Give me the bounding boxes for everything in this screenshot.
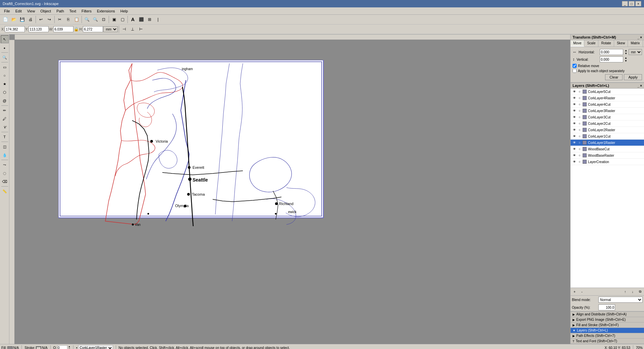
clear-button[interactable]: Clear [605,74,623,80]
layer-row[interactable]: 👁 ○ CorkLayer2Raster [571,127,644,133]
opacity-down[interactable]: ▼ [68,348,70,349]
align-distribute-header[interactable]: ▶ Align and Distribute (Shift+Ctrl+A) [571,312,644,317]
layer-visibility-toggle[interactable]: 👁 [572,140,577,145]
undo-button[interactable]: ↩ [37,15,45,23]
layer-lock-toggle[interactable]: ○ [577,153,582,158]
new-button[interactable]: 📄 [1,15,9,23]
layer-lock-toggle[interactable]: ○ [577,96,582,100]
align-left-btn[interactable]: ⊣ [120,25,128,33]
layer-row[interactable]: 👁 ○ CorkLayer4Cut [571,101,644,108]
spiral-tool[interactable]: @ [1,97,9,105]
close-button[interactable]: × [635,1,641,6]
fill-stroke-header[interactable]: ▶ Fill and Stroke (Shift+Ctrl+F) [571,322,644,328]
transform-minimize[interactable]: _ [638,36,640,39]
rect-tool[interactable]: ▭ [1,63,9,71]
fill-swatch[interactable] [7,346,13,349]
star-tool[interactable]: ★ [1,80,9,88]
menu-view[interactable]: View [24,8,38,14]
layer-lock-toggle[interactable]: ○ [577,102,582,107]
opacity-up[interactable]: ▲ [68,345,70,348]
print-button[interactable]: 🖨 [26,15,35,23]
layers-minimize[interactable]: _ [638,84,640,88]
w-input[interactable] [53,26,73,32]
apply-each-checkbox[interactable] [573,69,577,73]
apply-button[interactable]: Apply [624,74,642,80]
layer-visibility-toggle[interactable]: 👁 [572,108,577,113]
layer-visibility-toggle[interactable]: 👁 [572,96,577,100]
layer-visibility-toggle[interactable]: 👁 [572,147,577,151]
horizontal-input[interactable] [600,49,623,55]
grid-btn[interactable]: ⊞ [146,15,154,23]
layer-row[interactable]: 👁 ○ CorkLayer1Cut [571,133,644,140]
layer-lock-toggle[interactable]: ○ [577,159,582,164]
menu-help[interactable]: Help [118,8,131,14]
menu-text[interactable]: Text [67,8,79,14]
guides-btn[interactable]: | [154,15,162,23]
layers-panel2-header[interactable]: ▼ Layers (Shift+Ctrl+L) [571,328,644,333]
node-edit-btn[interactable]: ⬛ [137,15,145,23]
redo-button[interactable]: ↪ [45,15,53,23]
layer-row[interactable]: 👁 ○ WoodBaseRaster [571,152,644,159]
ungroup-button[interactable]: ▢ [118,15,126,23]
canvas-content[interactable]: Victoria Everett Seattle Tacoma Olympia … [15,40,570,344]
layer-visibility-toggle[interactable]: 👁 [572,134,577,139]
menu-filters[interactable]: Filters [79,8,94,14]
layer-lock-toggle[interactable]: ○ [577,134,582,139]
select-tool[interactable]: ↖ [1,35,9,43]
tab-scale[interactable]: Scale [584,40,598,47]
zoom-tool[interactable]: 🔍 [1,53,9,61]
opacity-input[interactable] [598,304,615,310]
layer-lock-toggle[interactable]: ○ [577,147,582,151]
pencil-tool[interactable]: ✏ [1,106,9,114]
save-button[interactable]: 💾 [18,15,26,23]
layer-row[interactable]: 👁 ○ LayerCreation [571,159,644,165]
zoom-out-button[interactable]: 🔍 [91,15,99,23]
layer-up-button[interactable]: ↑ [622,289,629,295]
layer-dup-button[interactable]: ⧉ [637,289,643,295]
layer-lock-toggle[interactable]: ○ [577,121,582,126]
layer-visibility-toggle[interactable]: 👁 [572,159,577,164]
x-input[interactable] [5,26,25,32]
menu-edit[interactable]: Edit [13,8,24,14]
layer-lock-toggle[interactable]: ○ [577,128,582,132]
layer-visibility-toggle[interactable]: 👁 [572,121,577,126]
cut-button[interactable]: ✂ [56,15,64,23]
layer-visibility-toggle[interactable]: 👁 [572,115,577,119]
vertical-input[interactable] [600,56,623,62]
maximize-button[interactable]: □ [629,1,635,6]
h-unit-select[interactable]: mm px cm [629,49,642,55]
layer-row[interactable]: 👁 ○ CorkLayer5Cut [571,89,644,95]
layer-row[interactable]: 👁 ○ CorkLayer2Cut [571,120,644,127]
layer-down-button[interactable]: ↓ [629,289,636,295]
layer-visibility-toggle[interactable]: 👁 [572,153,577,158]
remove-layer-button[interactable]: - [579,289,585,295]
h-up-arrow[interactable]: ▲ [625,49,627,52]
align-center-btn[interactable]: ⊥ [128,25,137,33]
opacity-status-input[interactable] [57,345,67,349]
h-input[interactable] [83,26,103,32]
paste-button[interactable]: 📋 [72,15,80,23]
menu-extensions[interactable]: Extensions [94,8,118,14]
canvas-area[interactable]: Victoria Everett Seattle Tacoma Olympia … [9,35,570,344]
tab-rotate[interactable]: Rotate [598,40,614,47]
add-layer-button[interactable]: + [571,289,578,295]
tab-matrix[interactable]: Matrix [628,40,643,47]
lock-aspect-icon[interactable]: 🔒 [74,27,79,32]
layer-visibility-toggle[interactable]: 👁 [572,102,577,107]
minimize-button[interactable]: _ [622,1,628,6]
v-down-arrow[interactable]: ▼ [625,59,627,62]
layer-lock-toggle[interactable]: ○ [577,108,582,113]
text-tool[interactable]: T [1,133,9,141]
tab-skew[interactable]: Skew [614,40,628,47]
layer-lock-toggle[interactable]: ○ [577,115,582,119]
group-button[interactable]: ▣ [110,15,118,23]
menu-object[interactable]: Object [38,8,54,14]
text-font-header[interactable]: T Text and Font (Shift+Ctrl+T) [571,339,644,344]
calligraphy-tool[interactable]: 𝒞 [1,123,9,131]
gradient-tool[interactable]: ◫ [1,143,9,151]
polygon-tool[interactable]: ⬡ [1,88,9,96]
h-down-arrow[interactable]: ▼ [625,52,627,55]
ellipse-tool[interactable]: ○ [1,71,9,80]
relative-move-checkbox[interactable] [573,64,577,68]
open-button[interactable]: 📂 [10,15,18,23]
